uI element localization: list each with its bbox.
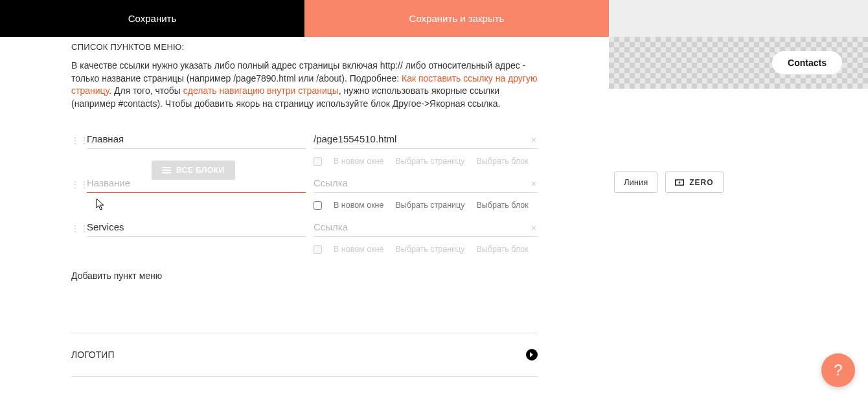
- menu-name-input[interactable]: [87, 129, 306, 149]
- link-sub-controls: В новом окне Выбрать страницу Выбрать бл…: [314, 245, 538, 254]
- new-window-label: В новом окне: [334, 201, 383, 210]
- choose-block-link[interactable]: Выбрать блок: [476, 201, 528, 210]
- menu-row: ⋮⋮ × В новом окне Выбрать страницу Выбра…: [71, 129, 538, 166]
- choose-page-link[interactable]: Выбрать страницу: [395, 201, 464, 210]
- logo-section-toggle[interactable]: ЛОГОТИП: [71, 333, 538, 377]
- new-window-checkbox[interactable]: [314, 201, 322, 210]
- menu-link-input[interactable]: [314, 217, 538, 237]
- menu-row: ⋮⋮ × В новом окне Выбрать страницу Выбра…: [71, 217, 538, 254]
- choose-page-link: Выбрать страницу: [395, 245, 464, 254]
- line-chip-label: Линия: [624, 177, 648, 187]
- zero-bolt-icon: [675, 178, 684, 187]
- zero-chip-label: ZERO: [689, 178, 713, 187]
- zero-tool-chip[interactable]: ZERO: [665, 172, 723, 193]
- menu-name-input[interactable]: [87, 217, 306, 237]
- clear-icon[interactable]: ×: [531, 179, 536, 189]
- expand-arrow-icon: [526, 349, 538, 361]
- save-button[interactable]: Сохранить: [0, 0, 304, 37]
- choose-block-link: Выбрать блок: [476, 157, 528, 166]
- help-link-inner-nav[interactable]: сделать навигацию внутри страницы: [183, 85, 339, 96]
- line-tool-chip[interactable]: Линия: [614, 172, 657, 193]
- preview-toolbar: Линия ZERO: [609, 172, 868, 193]
- new-window-label: В новом окне: [334, 245, 383, 254]
- add-menu-item-link[interactable]: Добавить пункт меню: [71, 271, 538, 281]
- help-text-2: . Для того, чтобы: [109, 85, 183, 96]
- menu-name-input[interactable]: [87, 173, 306, 193]
- clear-icon[interactable]: ×: [531, 135, 536, 145]
- clear-icon[interactable]: ×: [531, 223, 536, 233]
- save-and-close-button[interactable]: Сохранить и закрыть: [304, 0, 609, 37]
- header-spacer: [609, 0, 868, 37]
- menu-list-title: СПИСОК ПУНКТОВ МЕНЮ:: [71, 42, 538, 52]
- contacts-button[interactable]: Contacts: [772, 51, 842, 74]
- choose-page-link: Выбрать страницу: [395, 157, 464, 166]
- new-window-label: В новом окне: [334, 157, 383, 166]
- help-fab-button[interactable]: ?: [821, 353, 855, 387]
- new-window-checkbox: [314, 245, 322, 254]
- help-text: В качестве ссылки нужно указать либо пол…: [71, 60, 538, 110]
- menu-link-input[interactable]: [314, 173, 538, 193]
- preview-header: Contacts: [609, 37, 868, 89]
- link-sub-controls: В новом окне Выбрать страницу Выбрать бл…: [314, 201, 538, 210]
- preview-area: Contacts Линия ZERO: [609, 37, 868, 400]
- menu-link-input[interactable]: [314, 129, 538, 149]
- choose-block-link: Выбрать блок: [476, 245, 528, 254]
- new-window-checkbox: [314, 157, 322, 166]
- logo-section-label: ЛОГОТИП: [71, 350, 114, 360]
- settings-panel: СПИСОК ПУНКТОВ МЕНЮ: В качестве ссылки н…: [0, 37, 609, 400]
- header-bar: Сохранить Сохранить и закрыть: [0, 0, 868, 37]
- link-sub-controls: В новом окне Выбрать страницу Выбрать бл…: [314, 157, 538, 166]
- menu-row: ⋮⋮ × В новом окне Выбрать страницу Выбра…: [71, 173, 538, 210]
